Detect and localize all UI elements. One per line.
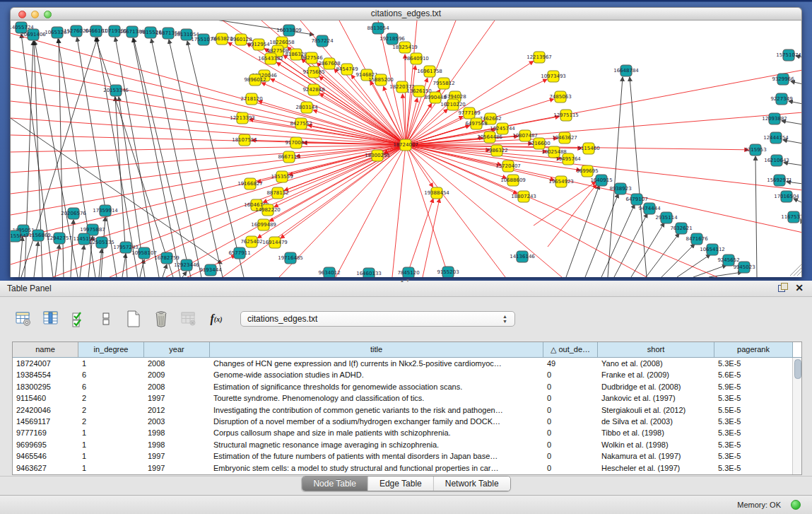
network-node-12093882[interactable]: 12093882 xyxy=(762,113,787,124)
network-node-12975115[interactable]: 12975115 xyxy=(553,110,579,121)
network-node-9193444[interactable]: 9193444 xyxy=(199,264,222,276)
network-window-titlebar[interactable]: citations_edges.txt xyxy=(10,7,802,21)
table-cell[interactable]: 1 xyxy=(78,450,144,462)
network-node-7632621[interactable]: 7632621 xyxy=(670,223,692,234)
network-node-9227349[interactable]: 9227349 xyxy=(770,93,792,105)
network-node-16648784[interactable]: 16648784 xyxy=(613,65,639,76)
table-scrollbar-thumb[interactable] xyxy=(794,359,801,379)
select-rows-icon[interactable] xyxy=(69,310,88,328)
table-cell[interactable]: 2009 xyxy=(144,369,210,380)
network-node-20153346[interactable]: 20153346 xyxy=(103,85,129,96)
network-node-16210643[interactable]: 16210643 xyxy=(764,155,789,166)
network-node-2718120[interactable]: 2718120 xyxy=(240,93,262,105)
table-row[interactable]: 1872400712008Changes of HCN gene express… xyxy=(13,358,793,369)
network-node-7845120[interactable]: 7845120 xyxy=(397,267,419,277)
network-node-16210220[interactable]: 16210220 xyxy=(440,99,466,110)
table-row[interactable]: 977716911998Corpus callosum shape and si… xyxy=(13,427,793,438)
table-cell[interactable]: 0 xyxy=(543,392,598,404)
table-cell[interactable]: 0 xyxy=(543,450,598,462)
table-cell[interactable]: 5.3E-5 xyxy=(714,439,793,450)
network-node-19388454[interactable]: 19388454 xyxy=(424,187,449,199)
network-node-2803144[interactable]: 2803144 xyxy=(295,102,318,113)
table-cell[interactable]: 9115460 xyxy=(13,392,78,404)
table-cell[interactable]: Estimation of significance thresholds fo… xyxy=(210,381,543,392)
delete-table-icon[interactable] xyxy=(152,310,170,328)
network-node-7485063[interactable]: 7485063 xyxy=(549,91,571,103)
float-panel-icon[interactable] xyxy=(778,283,788,293)
window-resize-grip[interactable] xyxy=(790,264,801,276)
network-node-8878132[interactable]: 8878132 xyxy=(266,187,288,199)
network-node-15720407[interactable]: 15720407 xyxy=(495,160,521,172)
network-node-17016504[interactable]: 17016504 xyxy=(774,191,799,202)
network-node-14136146[interactable]: 14136146 xyxy=(510,251,535,262)
table-cell[interactable]: 0 xyxy=(543,416,598,427)
table-cell[interactable]: Tibbo et al. (1998) xyxy=(598,427,714,438)
network-node-9634012[interactable]: 9634012 xyxy=(318,267,340,277)
table-cell[interactable]: 6 xyxy=(78,381,144,392)
table-cell[interactable]: 5.9E-5 xyxy=(714,381,793,392)
network-node-12213967[interactable]: 12213967 xyxy=(526,52,552,63)
table-cell[interactable]: 5.6E-5 xyxy=(714,369,793,380)
network-node-1640915[interactable]: 1640915 xyxy=(590,175,612,186)
network-node-8813054[interactable]: 8813054 xyxy=(367,23,389,34)
table-cell[interactable]: Yano et al. (2008) xyxy=(598,358,714,369)
table-cell[interactable]: Tourette syndrome. Phenomenology and cla… xyxy=(210,392,543,404)
table-cell[interactable]: 5.3E-5 xyxy=(714,450,793,462)
table-cell[interactable]: 9463627 xyxy=(13,462,78,474)
column-header-name[interactable]: name xyxy=(13,342,78,357)
network-node-8215953[interactable]: 8215953 xyxy=(744,144,766,156)
network-node-8667110[interactable]: 8667110 xyxy=(278,151,300,163)
show-columns-icon[interactable] xyxy=(42,310,60,328)
table-cell[interactable]: 5.3E-5 xyxy=(714,416,793,427)
table-row[interactable]: 911546021997Tourette syndrome. Phenomeno… xyxy=(13,392,793,404)
tab-edge-table[interactable]: Edge Table xyxy=(368,477,434,491)
table-cell[interactable]: 9777169 xyxy=(13,427,78,438)
network-node-16033809[interactable]: 16033809 xyxy=(276,25,302,36)
table-cell[interactable]: 5.3E-5 xyxy=(714,427,793,438)
table-cell[interactable]: Jankovic et al. (1997) xyxy=(598,392,714,404)
table-cell[interactable]: 2012 xyxy=(144,404,210,416)
table-cell[interactable]: 2003 xyxy=(144,416,210,427)
table-cell[interactable]: 1998 xyxy=(144,439,210,450)
table-options-icon[interactable] xyxy=(14,310,33,328)
column-header-pagerank[interactable]: pagerank xyxy=(714,342,793,357)
network-node-10688609[interactable]: 10688609 xyxy=(500,175,526,186)
tab-node-table[interactable]: Node Table xyxy=(302,477,368,491)
network-node-19463627[interactable]: 19463627 xyxy=(552,132,577,144)
column-header-out_de[interactable]: △ out_de… xyxy=(543,342,598,357)
network-node-7955812[interactable]: 7955812 xyxy=(433,78,454,89)
table-cell[interactable]: 1997 xyxy=(144,392,210,404)
tab-network-table[interactable]: Network Table xyxy=(434,477,510,491)
network-node-18107554[interactable]: 18107554 xyxy=(232,134,257,146)
table-cell[interactable]: Nakamura et al. (1997) xyxy=(598,450,714,462)
table-cell[interactable]: Corpus callosum shape and size in male p… xyxy=(210,427,543,438)
network-node-9945023[interactable]: 9945023 xyxy=(733,262,755,273)
network-view[interactable]: 1872400718300295766382299601288912954182… xyxy=(10,21,802,277)
table-cell[interactable]: 5.5E-5 xyxy=(714,404,793,416)
table-cell[interactable]: Hescheler et al. (1997) xyxy=(598,462,714,474)
table-cell[interactable]: Stergiakouli et al. (2012) xyxy=(598,404,714,416)
table-cell[interactable]: 2008 xyxy=(144,358,210,369)
close-panel-icon[interactable]: ✕ xyxy=(795,283,804,293)
table-row[interactable]: 969969511998Structural magnetic resonanc… xyxy=(13,439,793,450)
table-cell[interactable]: 1 xyxy=(78,439,144,450)
network-node-12444154[interactable]: 12444154 xyxy=(763,132,789,144)
table-row[interactable]: 2242004622012Investigating the contribut… xyxy=(13,404,793,416)
table-cell[interactable]: 6 xyxy=(78,369,144,380)
table-cell[interactable]: 1998 xyxy=(144,427,210,438)
network-node-9155203[interactable]: 9155203 xyxy=(437,267,459,277)
table-cell[interactable]: 1 xyxy=(78,358,144,369)
table-cell[interactable]: Structural magnetic resonance image aver… xyxy=(210,439,543,450)
table-row[interactable]: 1938455462009Genome-wide association stu… xyxy=(13,369,793,380)
network-node-8471676[interactable]: 8471676 xyxy=(686,233,708,245)
network-node-16961758[interactable]: 16961758 xyxy=(417,66,442,77)
table-cell[interactable]: 5.3E-5 xyxy=(714,392,793,404)
destroy-table-icon[interactable] xyxy=(180,310,198,328)
table-cell[interactable]: 22420046 xyxy=(13,404,78,416)
table-cell[interactable]: 19384554 xyxy=(13,369,78,380)
column-header-title[interactable]: title xyxy=(210,342,543,357)
table-cell[interactable]: 0 xyxy=(543,404,598,416)
table-cell[interactable]: Estimation of the future numbers of pati… xyxy=(210,450,543,462)
network-node-12213393[interactable]: 12213393 xyxy=(230,112,255,124)
function-builder-icon[interactable]: f(x) xyxy=(207,310,225,328)
